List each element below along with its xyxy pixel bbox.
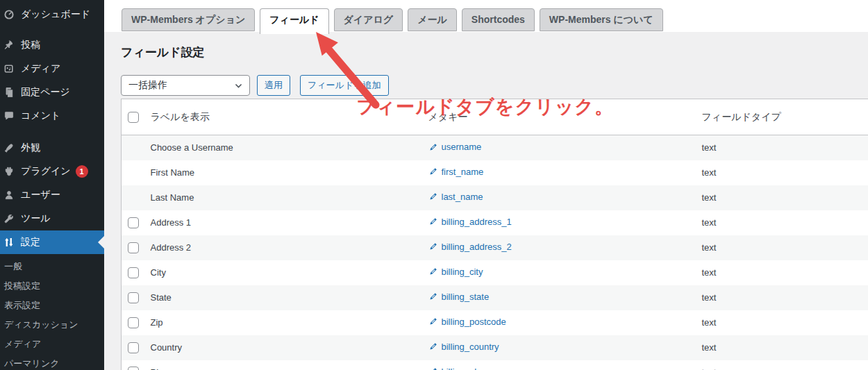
tab-shortcodes[interactable]: Shortcodes xyxy=(462,8,535,31)
meta-key-link-text: first_name xyxy=(442,167,484,177)
meta-key-link[interactable]: username xyxy=(428,142,482,152)
media-icon xyxy=(2,62,16,76)
table-row: Zip billing_postcode text xyxy=(122,310,868,335)
sidebar-item-tools[interactable]: ツール xyxy=(0,207,104,230)
sidebar-item-dashboard[interactable]: ダッシュボード xyxy=(0,3,104,26)
meta-key-link[interactable]: last_name xyxy=(428,192,483,202)
edit-pencil-icon xyxy=(428,342,438,351)
meta-key-link-text: last_name xyxy=(442,192,483,202)
row-checkbox[interactable] xyxy=(128,367,139,370)
tab-wp-members-options[interactable]: WP-Members オプション xyxy=(122,8,255,31)
field-label: State xyxy=(151,285,428,310)
sidebar-item-pages[interactable]: 固定ページ xyxy=(0,81,104,104)
sidebar-item-appearance[interactable]: 外観 xyxy=(0,136,104,160)
sidebar-item-comments[interactable]: コメント xyxy=(0,104,104,128)
submenu-item-reading[interactable]: 表示設定 xyxy=(0,296,104,315)
page-title: フィールド設定 xyxy=(121,44,868,60)
pages-icon xyxy=(2,85,16,99)
field-label: Address 2 xyxy=(151,235,428,260)
field-type: text xyxy=(702,185,868,210)
submenu-item-discussion[interactable]: ディスカッション xyxy=(0,315,104,335)
field-label: Zip xyxy=(151,310,428,335)
tab-dialogs[interactable]: ダイアログ xyxy=(334,8,403,31)
meta-key-link-text: billing_postcode xyxy=(442,317,506,327)
admin-menu: ダッシュボード 投稿 メディア 固定ページ コメント xyxy=(0,0,104,254)
sidebar-item-label: ツール xyxy=(21,212,51,225)
field-label: Phone xyxy=(151,360,428,370)
sidebar-item-plugins[interactable]: プラグイン 1 xyxy=(0,160,104,183)
table-row: Address 2 billing_address_2 text xyxy=(122,235,868,260)
sidebar-item-label: ユーザー xyxy=(21,189,60,201)
meta-key-link-text: billing_state xyxy=(442,292,490,302)
field-type: text xyxy=(702,235,868,260)
edit-pencil-icon xyxy=(428,142,438,152)
sidebar-item-settings[interactable]: 設定 xyxy=(0,230,104,254)
wrench-icon xyxy=(2,212,16,226)
submenu-item-writing[interactable]: 投稿設定 xyxy=(0,276,104,296)
meta-key-link-text: billing_phone xyxy=(442,367,495,370)
sidebar-item-posts[interactable]: 投稿 xyxy=(0,33,104,57)
meta-key-link[interactable]: billing_phone xyxy=(428,367,495,370)
sidebar-item-label: コメント xyxy=(21,110,60,122)
sidebar-item-users[interactable]: ユーザー xyxy=(0,183,104,207)
sidebar-item-media[interactable]: メディア xyxy=(0,57,104,81)
row-checkbox[interactable] xyxy=(128,242,139,253)
meta-key-link[interactable]: first_name xyxy=(428,167,484,177)
row-checkbox[interactable] xyxy=(128,317,139,328)
fields-table: ラベルを表示 メタキー フィールドタイプ Choose a Username u… xyxy=(121,99,868,370)
row-checkbox[interactable] xyxy=(128,267,139,278)
fields-settings-panel: フィールド設定 一括操作 適用 フィールドを追加 ラベルを表示 メタキー フィー… xyxy=(104,32,868,370)
main-content: WP-Members オプションフィールドダイアログメールShortcodesW… xyxy=(104,0,868,370)
meta-key-link[interactable]: billing_address_2 xyxy=(428,242,512,252)
table-row: Address 1 billing_address_1 text xyxy=(122,210,868,235)
edit-pencil-icon xyxy=(428,167,438,176)
sidebar-item-label: 投稿 xyxy=(21,39,40,51)
field-label: City xyxy=(151,260,428,285)
column-header-meta-key: メタキー xyxy=(428,99,702,135)
bulk-action-select[interactable]: 一括操作 xyxy=(121,75,250,96)
edit-pencil-icon xyxy=(428,292,438,301)
meta-key-link[interactable]: billing_address_1 xyxy=(428,217,512,227)
settings-submenu: 一般 投稿設定 表示設定 ディスカッション メディア パーマリンク xyxy=(0,254,104,370)
meta-key-link[interactable]: billing_state xyxy=(428,292,490,302)
field-type: text xyxy=(702,260,868,285)
meta-key-link[interactable]: billing_country xyxy=(428,342,499,352)
add-field-button[interactable]: フィールドを追加 xyxy=(300,75,389,96)
row-checkbox[interactable] xyxy=(128,217,139,228)
pushpin-icon xyxy=(2,38,16,52)
tab-about-wp-members[interactable]: WP-Members について xyxy=(540,8,663,31)
edit-pencil-icon xyxy=(428,217,438,226)
field-label: Choose a Username xyxy=(151,135,428,160)
meta-key-link[interactable]: billing_city xyxy=(428,267,483,277)
meta-key-link-text: billing_address_1 xyxy=(442,217,512,227)
edit-pencil-icon xyxy=(428,367,438,370)
edit-pencil-icon xyxy=(428,242,438,251)
table-row: Last Name last_name text xyxy=(122,185,868,210)
tab-fields[interactable]: フィールド xyxy=(260,8,328,34)
column-header-label: ラベルを表示 xyxy=(151,99,428,135)
comment-icon xyxy=(2,109,16,123)
column-header-field-type: フィールドタイプ xyxy=(702,99,868,135)
submenu-item-permalinks[interactable]: パーマリンク xyxy=(0,354,104,370)
meta-key-link-text: billing_country xyxy=(442,342,499,352)
sidebar-item-label: 外観 xyxy=(21,142,40,154)
current-menu-arrow xyxy=(98,236,104,249)
apply-button[interactable]: 適用 xyxy=(257,75,290,96)
table-row: Country billing_country text xyxy=(122,335,868,360)
submenu-item-media[interactable]: メディア xyxy=(0,335,104,354)
meta-key-link[interactable]: billing_postcode xyxy=(428,317,506,327)
row-checkbox[interactable] xyxy=(128,342,139,353)
edit-pencil-icon xyxy=(428,317,438,326)
plugins-update-badge: 1 xyxy=(76,165,88,178)
select-all-checkbox[interactable] xyxy=(128,112,139,123)
menu-separator xyxy=(0,26,104,33)
tab-emails[interactable]: メール xyxy=(408,8,457,31)
appearance-brush-icon xyxy=(2,141,16,155)
field-label: Country xyxy=(151,335,428,360)
field-type: text xyxy=(702,285,868,310)
table-row: State billing_state text xyxy=(122,285,868,310)
submenu-item-general[interactable]: 一般 xyxy=(0,257,104,276)
field-type: text xyxy=(702,335,868,360)
meta-key-link-text: username xyxy=(442,142,482,152)
row-checkbox[interactable] xyxy=(128,292,139,303)
